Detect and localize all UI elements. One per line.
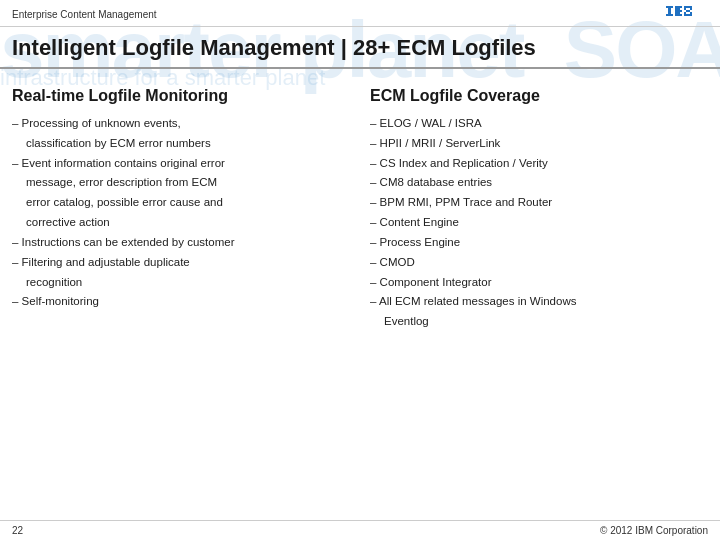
svg-rect-16 [684, 14, 692, 16]
list-item: – Event information contains original er… [12, 155, 350, 173]
title-section: Intelligent Logfile Management | 28+ ECM… [0, 27, 720, 69]
list-item: – HPII / MRII / ServerLink [370, 135, 708, 153]
list-item: Eventlog [370, 313, 708, 331]
list-item: classification by ECM error numbers [12, 135, 350, 153]
list-item: – BPM RMI, PPM Trace and Router [370, 194, 708, 212]
list-item: message, error description from ECM [12, 174, 350, 192]
svg-rect-3 [668, 12, 671, 14]
list-item: error catalog, possible error cause and [12, 194, 350, 212]
footer-copyright: © 2012 IBM Corporation [600, 525, 708, 536]
top-bar: Enterprise Content Management [0, 0, 720, 27]
right-heading: ECM Logfile Coverage [370, 87, 708, 105]
svg-rect-5 [675, 6, 682, 8]
list-item: – CMOD [370, 254, 708, 272]
svg-rect-8 [675, 12, 680, 14]
ibm-logo [666, 6, 708, 22]
list-item: – Component Integrator [370, 274, 708, 292]
ibm-logo-svg [666, 6, 708, 22]
list-item: corrective action [12, 214, 350, 232]
list-item: recognition [12, 274, 350, 292]
page-title: Intelligent Logfile Management | 28+ ECM… [12, 35, 708, 61]
footer: 22 © 2012 IBM Corporation [0, 520, 720, 540]
svg-rect-1 [668, 8, 671, 10]
svg-rect-6 [675, 8, 680, 10]
list-item: – CS Index and Replication / Verity [370, 155, 708, 173]
svg-rect-14 [684, 12, 686, 14]
page: Enterprise Content Management [0, 0, 720, 540]
svg-rect-9 [675, 14, 682, 16]
list-item: – CM8 database entries [370, 174, 708, 192]
svg-rect-12 [690, 8, 692, 10]
svg-rect-15 [690, 12, 692, 14]
svg-rect-13 [686, 10, 690, 12]
left-bullet-list: – Processing of unknown events,classific… [12, 115, 350, 311]
footer-page: 22 [12, 525, 23, 536]
list-item: – Processing of unknown events, [12, 115, 350, 133]
list-item: – Content Engine [370, 214, 708, 232]
list-item: – All ECM related messages in Windows [370, 293, 708, 311]
svg-rect-7 [675, 10, 682, 12]
right-bullet-list: – ELOG / WAL / ISRA– HPII / MRII / Serve… [370, 115, 708, 331]
list-item: – ELOG / WAL / ISRA [370, 115, 708, 133]
right-column: ECM Logfile Coverage – ELOG / WAL / ISRA… [370, 87, 708, 510]
svg-rect-0 [666, 6, 673, 8]
list-item: – Instructions can be extended by custom… [12, 234, 350, 252]
list-item: – Filtering and adjustable duplicate [12, 254, 350, 272]
svg-rect-2 [668, 10, 671, 12]
list-item: – Self-monitoring [12, 293, 350, 311]
svg-rect-4 [666, 14, 673, 16]
top-bar-label: Enterprise Content Management [12, 9, 157, 20]
left-heading: Real-time Logfile Monitoring [12, 87, 350, 105]
svg-rect-11 [684, 8, 686, 10]
svg-rect-10 [684, 6, 692, 8]
list-item: – Process Engine [370, 234, 708, 252]
left-column: Real-time Logfile Monitoring – Processin… [12, 87, 350, 510]
content-area: Real-time Logfile Monitoring – Processin… [0, 69, 720, 520]
